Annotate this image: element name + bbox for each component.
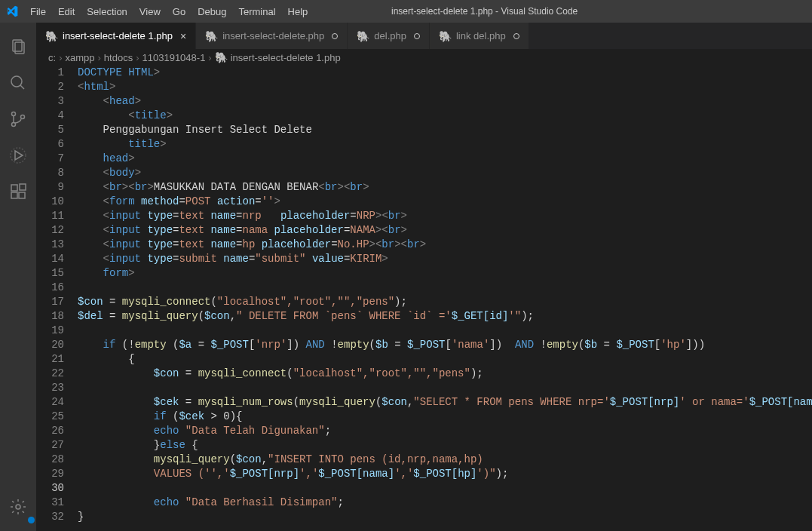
svg-point-4 bbox=[12, 112, 16, 116]
svg-rect-9 bbox=[11, 192, 17, 198]
svg-point-5 bbox=[12, 123, 16, 127]
menu-edit[interactable]: Edit bbox=[52, 0, 81, 23]
vscode-logo-icon bbox=[6, 5, 18, 17]
php-file-icon: 🐘 bbox=[205, 30, 218, 42]
sync-badge-icon bbox=[28, 517, 35, 523]
menu-debug[interactable]: Debug bbox=[192, 0, 232, 23]
title-bar: File Edit Selection View Go Debug Termin… bbox=[0, 0, 812, 23]
tab-label: insert-select-delete 1.php bbox=[63, 30, 173, 41]
svg-point-6 bbox=[21, 115, 25, 119]
svg-point-2 bbox=[11, 76, 22, 87]
svg-rect-8 bbox=[11, 185, 17, 191]
menu-file[interactable]: File bbox=[24, 0, 52, 23]
tab-close-icon[interactable]: × bbox=[180, 30, 186, 42]
php-file-icon: 🐘 bbox=[439, 30, 452, 42]
tab-file-3[interactable]: 🐘 del.php bbox=[348, 23, 430, 49]
tab-dirty-icon bbox=[414, 33, 420, 39]
svg-point-12 bbox=[16, 505, 20, 509]
tab-dirty-icon bbox=[513, 33, 519, 39]
svg-rect-10 bbox=[19, 192, 25, 198]
extensions-icon[interactable] bbox=[0, 173, 36, 210]
svg-rect-11 bbox=[20, 184, 26, 190]
menu-bar: File Edit Selection View Go Debug Termin… bbox=[24, 0, 314, 23]
menu-terminal[interactable]: Terminal bbox=[232, 0, 281, 23]
tab-file-1[interactable]: 🐘 insert-select-delete 1.php × bbox=[36, 23, 196, 49]
crumb-drive[interactable]: c: bbox=[48, 52, 56, 63]
menu-view[interactable]: View bbox=[133, 0, 167, 23]
source-control-icon[interactable] bbox=[0, 101, 36, 137]
php-file-icon: 🐘 bbox=[357, 30, 369, 42]
tab-dirty-icon bbox=[332, 33, 338, 39]
search-icon[interactable] bbox=[0, 65, 36, 101]
svg-line-3 bbox=[20, 85, 24, 89]
menu-help[interactable]: Help bbox=[282, 0, 314, 23]
line-numbers: 1234567891011121314151617181920212223242… bbox=[36, 66, 78, 531]
tab-label: link del.php bbox=[456, 30, 506, 41]
debug-icon[interactable] bbox=[0, 137, 36, 173]
explorer-icon[interactable] bbox=[0, 29, 36, 65]
crumb-folder[interactable]: htdocs bbox=[104, 52, 133, 63]
window-title: insert-select-delete 1.php - Visual Stud… bbox=[314, 6, 655, 17]
crumb-file[interactable]: insert-select-delete 1.php bbox=[231, 52, 341, 63]
crumb-folder[interactable]: xampp bbox=[65, 52, 94, 63]
menu-go[interactable]: Go bbox=[167, 0, 192, 23]
editor-tabs: 🐘 insert-select-delete 1.php × 🐘 insert-… bbox=[36, 23, 812, 49]
breadcrumb: c:› xampp› htdocs› 1103191048-1› 🐘 inser… bbox=[36, 49, 812, 66]
tab-label: del.php bbox=[374, 30, 406, 41]
code-content[interactable]: DOCTYPE HTML><html> <head> <title> Pengg… bbox=[78, 66, 812, 531]
tab-file-2[interactable]: 🐘 insert-select-delete.php bbox=[196, 23, 348, 49]
code-editor[interactable]: 1234567891011121314151617181920212223242… bbox=[36, 66, 812, 531]
menu-selection[interactable]: Selection bbox=[81, 0, 133, 23]
tab-file-4[interactable]: 🐘 link del.php bbox=[430, 23, 529, 49]
tab-label: insert-select-delete.php bbox=[222, 30, 324, 41]
settings-gear-icon[interactable] bbox=[0, 489, 36, 525]
crumb-folder[interactable]: 1103191048-1 bbox=[142, 52, 206, 63]
php-file-icon: 🐘 bbox=[45, 30, 58, 42]
activity-bar bbox=[0, 23, 36, 531]
php-file-icon: 🐘 bbox=[215, 51, 228, 63]
